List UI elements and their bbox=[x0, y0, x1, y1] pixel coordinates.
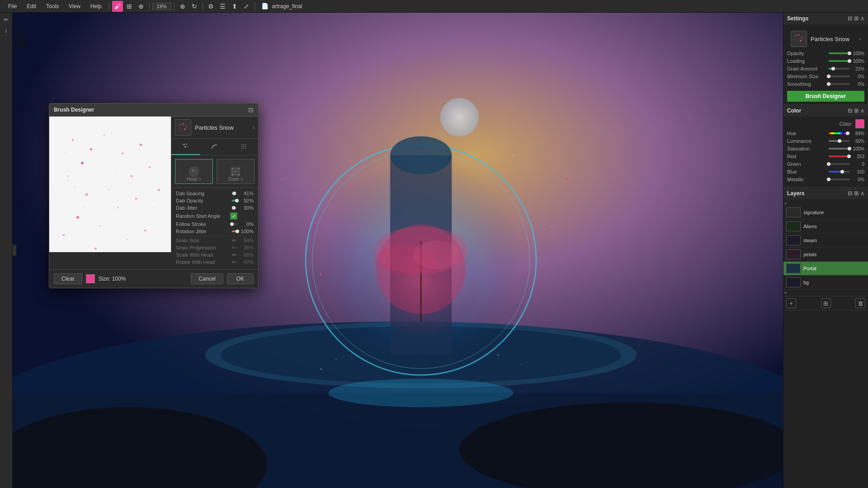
metallic-label: Metallic bbox=[787, 177, 827, 182]
color-icon-1[interactable]: ⊟ bbox=[848, 108, 852, 114]
svg-point-47 bbox=[188, 146, 189, 147]
rotation-jitter-label: Rotation Jitter bbox=[176, 229, 230, 234]
grain-box-grain[interactable]: Grain > bbox=[217, 159, 255, 184]
svg-point-20 bbox=[413, 241, 459, 269]
svg-point-49 bbox=[243, 144, 244, 145]
saturation-slider[interactable] bbox=[829, 148, 850, 150]
menu-file[interactable]: File bbox=[4, 2, 21, 10]
layer-item-portal[interactable]: Portal bbox=[783, 262, 868, 276]
grain-amount-slider[interactable] bbox=[829, 68, 850, 70]
grain-box-head[interactable]: Head > bbox=[175, 159, 213, 184]
loading-slider[interactable] bbox=[829, 60, 850, 62]
green-slider[interactable] bbox=[829, 163, 850, 165]
layers-scroll-down[interactable]: ▼ bbox=[783, 290, 788, 296]
delete-layer-btn[interactable]: 🗑 bbox=[855, 298, 865, 308]
settings-icon-2[interactable]: ⊞ bbox=[854, 15, 859, 22]
svg-point-34 bbox=[335, 359, 337, 360]
color-chevron[interactable]: ∧ bbox=[860, 108, 864, 114]
hue-slider[interactable] bbox=[829, 132, 850, 134]
layer-thumb-steam bbox=[786, 235, 801, 245]
select-tool-btn[interactable]: ⊕ bbox=[136, 1, 146, 12]
panel-btn[interactable]: ☰ bbox=[217, 1, 228, 12]
cancel-button[interactable]: Cancel bbox=[191, 273, 223, 284]
loading-label: Loading bbox=[787, 58, 827, 64]
luminance-slider[interactable] bbox=[829, 140, 850, 142]
tool-arrow[interactable]: ↕ bbox=[1, 25, 11, 35]
color-swatch[interactable] bbox=[855, 119, 864, 128]
rotate-btn[interactable]: ↻ bbox=[189, 1, 200, 12]
menu-edit[interactable]: Edit bbox=[22, 2, 41, 10]
add-layer-btn[interactable]: + bbox=[786, 298, 796, 308]
dialog-close-btn[interactable]: ⊟ bbox=[248, 106, 254, 113]
rotate-with-head-slider[interactable] bbox=[232, 261, 237, 263]
fit-btn[interactable]: ⊕ bbox=[177, 1, 188, 12]
brush-designer-button[interactable]: Brush Designer bbox=[787, 91, 864, 102]
menu-view[interactable]: View bbox=[64, 2, 85, 10]
layers-chevron[interactable]: ∧ bbox=[860, 190, 864, 197]
brush-expand-arrow[interactable]: › bbox=[253, 124, 255, 131]
dialog-color-swatch[interactable] bbox=[86, 274, 95, 283]
layer-item-aliens[interactable]: Aliens bbox=[783, 220, 868, 234]
grain-size-row: Grain Size 54% bbox=[176, 238, 254, 243]
dab-spacing-slider[interactable] bbox=[232, 192, 237, 194]
red-slider[interactable] bbox=[829, 155, 850, 157]
rotation-jitter-slider[interactable] bbox=[232, 230, 237, 232]
smoothing-label: Smoothing bbox=[787, 81, 827, 87]
blue-slider[interactable] bbox=[829, 171, 850, 173]
zoom-input[interactable] bbox=[152, 3, 171, 10]
settings-icon-1[interactable]: ⊟ bbox=[848, 15, 852, 22]
brush-tool-btn[interactable]: 🖌 bbox=[112, 1, 123, 12]
layer-item-petals[interactable]: petals bbox=[783, 248, 868, 262]
tab-grain[interactable] bbox=[229, 139, 258, 155]
menu-help[interactable]: Help bbox=[86, 2, 106, 10]
color-section: Color ⊟ ⊞ ∧ Color: Hue bbox=[783, 105, 868, 188]
ok-button[interactable]: OK bbox=[227, 273, 254, 284]
grain-size-slider[interactable] bbox=[232, 239, 237, 241]
min-size-label: Minimum Size bbox=[787, 74, 827, 79]
left-panel-toggle[interactable] bbox=[13, 245, 16, 256]
grid-tool-btn[interactable]: ⊞ bbox=[124, 1, 135, 12]
blue-value: 160 bbox=[852, 169, 864, 174]
metallic-slider[interactable] bbox=[829, 178, 850, 180]
tab-head[interactable] bbox=[171, 139, 200, 155]
grain-amount-row: Grain Amount 21% bbox=[787, 66, 864, 71]
settings-chevron[interactable]: ∧ bbox=[860, 15, 864, 22]
duplicate-layer-btn[interactable]: ⊞ bbox=[821, 298, 831, 308]
brush-expand-arrow[interactable]: › bbox=[859, 36, 861, 42]
random-start-row: Random Start Angle ✓ bbox=[176, 212, 254, 220]
dab-spacing-label: Dab Spacing bbox=[176, 191, 230, 196]
opacity-slider[interactable] bbox=[829, 52, 850, 54]
layers-icon-2[interactable]: ⊞ bbox=[854, 190, 859, 197]
luminance-value: 50% bbox=[852, 139, 864, 144]
hue-label: Hue bbox=[787, 131, 827, 136]
color-icon-2[interactable]: ⊞ bbox=[854, 108, 859, 114]
tab-stroke[interactable] bbox=[200, 139, 229, 155]
layer-item-steam[interactable]: steam bbox=[783, 234, 868, 248]
canvas-area[interactable]: Brush Designer ⊟ bbox=[13, 13, 783, 488]
min-size-slider[interactable] bbox=[829, 75, 850, 77]
layer-item-bg[interactable]: bg bbox=[783, 276, 868, 290]
follow-stroke-slider[interactable] bbox=[232, 223, 237, 225]
layer-item-signature[interactable]: signature bbox=[783, 206, 868, 220]
dab-opacity-slider[interactable] bbox=[232, 200, 237, 202]
scale-with-head-slider[interactable] bbox=[232, 254, 237, 256]
smoothing-slider[interactable] bbox=[829, 83, 850, 85]
dab-jitter-slider[interactable] bbox=[232, 207, 237, 209]
settings-btn[interactable]: ⚙ bbox=[206, 1, 217, 12]
dab-opacity-value: 92% bbox=[239, 198, 254, 203]
svg-point-35 bbox=[497, 354, 499, 356]
random-start-checkbox[interactable]: ✓ bbox=[230, 212, 237, 220]
tool-pen[interactable]: ✏ bbox=[1, 14, 11, 24]
expand-btn[interactable]: ⤢ bbox=[241, 1, 252, 12]
luminance-label: Luminance bbox=[787, 138, 827, 144]
grain-progression-slider[interactable] bbox=[232, 247, 237, 249]
share-btn[interactable]: ⬆ bbox=[229, 1, 240, 12]
layer-name-portal: Portal bbox=[803, 266, 865, 271]
layers-icon-1[interactable]: ⊟ bbox=[848, 190, 852, 197]
svg-point-65 bbox=[802, 38, 803, 40]
layers-scroll-up[interactable]: ▲ bbox=[783, 200, 788, 206]
clear-button[interactable]: Clear bbox=[54, 273, 82, 284]
layer-controls: + ⊞ 🗑 bbox=[783, 296, 868, 310]
menu-tools[interactable]: Tools bbox=[42, 2, 63, 10]
dialog-top: Particles Snow › bbox=[49, 117, 258, 269]
